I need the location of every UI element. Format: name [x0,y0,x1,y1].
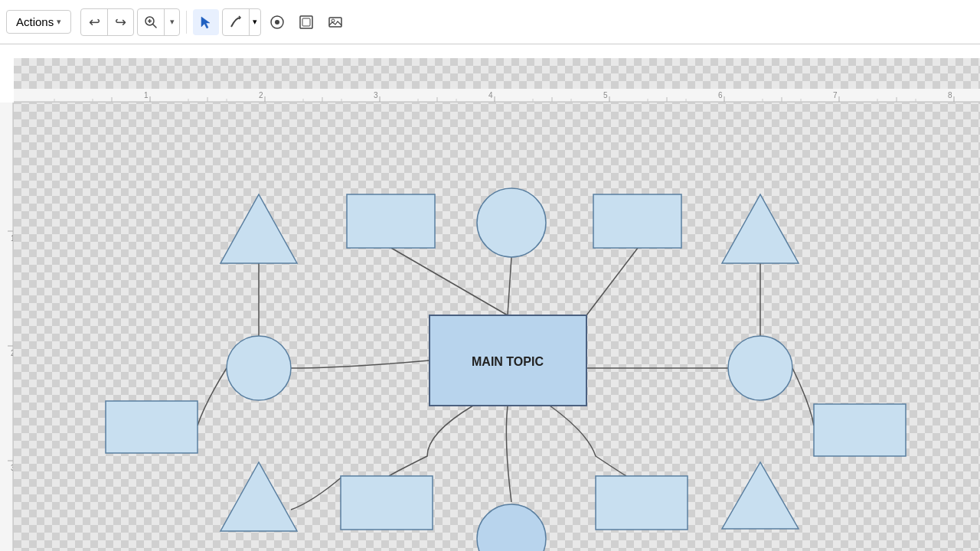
main-topic-label: MAIN TOPIC [472,355,544,368]
select-tool-button[interactable] [193,9,219,35]
svg-line-60 [391,248,508,315]
top-left-triangle[interactable] [220,194,297,263]
svg-rect-6 [300,16,312,28]
right-rect[interactable] [814,404,906,456]
svg-rect-8 [329,18,341,27]
top-right-triangle[interactable] [722,194,799,263]
ellipse-tool-button[interactable] [264,9,290,35]
svg-rect-7 [302,18,310,26]
undo-redo-group: ↩ ↪ [80,8,134,36]
canvas-area[interactable]: 1 2 3 4 5 6 7 8 [0,44,980,551]
left-rect[interactable] [106,401,198,453]
svg-point-5 [275,20,279,24]
divider-1 [186,11,187,34]
ruler-left: 1 2 3 4 [0,103,14,551]
bottom-center-left-rect[interactable] [341,476,433,530]
bottom-center-right-rect[interactable] [596,476,688,530]
toolbar: Actions ▾ ↩ ↪ ▾ ▾ [0,0,980,44]
bottom-center-circle[interactable] [477,504,546,551]
image-tool-button[interactable] [322,9,348,35]
bottom-right-triangle[interactable] [722,462,799,529]
top-center-left-rect[interactable] [347,194,435,248]
zoom-button[interactable] [138,9,164,35]
top-center-circle[interactable] [477,188,546,257]
connect-dropdown-arrow[interactable]: ▾ [249,9,260,35]
svg-point-9 [332,19,335,22]
top-center-right-rect[interactable] [593,194,681,248]
zoom-dropdown-arrow[interactable]: ▾ [164,9,179,35]
right-circle[interactable] [728,336,792,400]
left-circle[interactable] [227,336,291,400]
svg-line-1 [153,24,157,28]
zoom-group: ▾ [137,8,180,36]
actions-label: Actions [16,15,54,28]
svg-line-61 [508,257,511,315]
ruler-left-svg: 1 2 3 4 [0,103,14,551]
svg-line-62 [586,248,638,315]
connect-group: ▾ [222,8,261,36]
diagram-canvas[interactable]: MAIN TOPIC [14,58,980,551]
connect-button[interactable] [223,9,249,35]
actions-dropdown-arrow: ▾ [57,17,61,27]
undo-button[interactable]: ↩ [81,9,107,35]
redo-button[interactable]: ↪ [107,9,133,35]
bottom-left-triangle[interactable] [220,462,297,531]
actions-button[interactable]: Actions ▾ [6,10,71,34]
rect-tool-button[interactable] [293,9,319,35]
